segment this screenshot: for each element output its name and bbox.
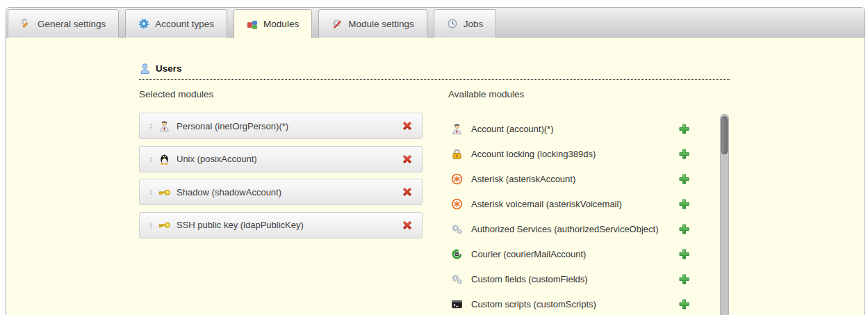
selected-module-row[interactable]: ↕ Unix (posixAccount) [139, 146, 423, 172]
module-label: Shadow (shadowAccount) [177, 187, 281, 197]
add-module-icon[interactable] [678, 198, 690, 210]
tab-label: Module settings [348, 19, 414, 29]
module-label: Custom scripts (customScripts) [471, 299, 596, 309]
section-title: Users [156, 63, 182, 74]
selected-module-row[interactable]: ↕ Shadow (shadowAccount) [139, 179, 423, 205]
module-label: SSH public key (ldapPublicKey) [177, 220, 304, 230]
person-icon [451, 123, 463, 135]
module-label: Courier (courierMailAccount) [471, 249, 586, 259]
module-label: Unix (posixAccount) [177, 154, 257, 164]
available-modules-scrollbar[interactable] [720, 114, 729, 315]
modules-panel: Users Selected modules Available modules… [6, 38, 865, 315]
available-module-row: Asterisk (asteriskAccount) [449, 169, 699, 188]
tab-bar: General settings Account types Modules M… [6, 8, 865, 38]
add-module-icon[interactable] [678, 273, 690, 285]
asterisk-icon [451, 198, 463, 210]
available-module-row: Account locking (locking389ds) [449, 144, 699, 163]
add-module-icon[interactable] [678, 248, 690, 260]
lock-icon [451, 148, 463, 160]
gear-edit-icon [331, 18, 343, 29]
courier-icon [451, 248, 463, 260]
blocks-icon [247, 19, 258, 30]
person-icon [158, 120, 170, 132]
key-icon [158, 186, 170, 198]
tab-jobs[interactable]: Jobs [434, 9, 497, 38]
remove-module-icon[interactable] [401, 153, 413, 165]
clock-icon [447, 18, 458, 29]
selected-module-row[interactable]: ↕ Personal (inetOrgPerson)(*) [139, 113, 423, 139]
tab-label: Modules [263, 19, 299, 29]
key-icon [158, 219, 170, 231]
drag-handle-icon[interactable]: ↕ [147, 220, 155, 230]
add-module-icon[interactable] [678, 148, 690, 160]
wrench-icon [21, 18, 32, 29]
available-module-row: Custom fields (customFields) [449, 269, 699, 289]
gear-blue-icon [138, 18, 149, 29]
scrollbar-thumb[interactable] [721, 116, 728, 154]
selected-module-row[interactable]: ↕ SSH public key (ldapPublicKey) [139, 212, 423, 239]
add-module-icon[interactable] [678, 298, 690, 310]
available-module-row: Custom scripts (customScripts) [449, 294, 699, 314]
available-module-row: Authorized Services (authorizedServiceOb… [449, 219, 699, 239]
available-module-row: Account (account)(*) [449, 119, 699, 138]
module-label: Authorized Services (authorizedServiceOb… [471, 224, 659, 234]
tab-general-settings[interactable]: General settings [8, 9, 119, 38]
drag-handle-icon[interactable]: ↕ [147, 121, 155, 131]
add-module-icon[interactable] [678, 223, 690, 235]
module-label: Asterisk (asteriskAccount) [471, 174, 575, 184]
available-modules-header: Available modules [448, 89, 524, 99]
user-icon [139, 63, 151, 74]
tab-account-types[interactable]: Account types [125, 9, 227, 38]
add-module-icon[interactable] [678, 123, 690, 135]
drag-handle-icon[interactable]: ↕ [147, 154, 155, 164]
available-module-row: Courier (courierMailAccount) [449, 244, 699, 264]
remove-module-icon[interactable] [401, 186, 413, 198]
tab-label: General settings [38, 19, 106, 29]
settings-window: General settings Account types Modules M… [6, 7, 865, 315]
drag-handle-icon[interactable]: ↕ [147, 187, 155, 197]
asterisk-icon [451, 173, 463, 185]
tab-module-settings[interactable]: Module settings [318, 9, 427, 38]
module-label: Asterisk voicemail (asteriskVoicemail) [471, 199, 622, 209]
module-label: Account locking (locking389ds) [471, 149, 596, 159]
remove-module-icon[interactable] [401, 120, 413, 132]
tab-label: Account types [155, 19, 214, 29]
gears-icon [451, 273, 463, 285]
available-module-row: Asterisk voicemail (asteriskVoicemail) [449, 194, 699, 213]
gears-icon [451, 223, 463, 235]
terminal-icon [451, 298, 463, 310]
users-section-heading: Users [139, 63, 730, 80]
selected-modules-header: Selected modules [139, 89, 213, 99]
remove-module-icon[interactable] [401, 219, 413, 232]
tab-modules[interactable]: Modules [234, 9, 312, 38]
module-label: Personal (inetOrgPerson)(*) [177, 121, 288, 131]
add-module-icon[interactable] [678, 173, 690, 185]
tux-icon [158, 153, 170, 165]
module-label: Account (account)(*) [471, 124, 554, 134]
tab-label: Jobs [464, 19, 484, 29]
module-label: Custom fields (customFields) [471, 274, 588, 284]
